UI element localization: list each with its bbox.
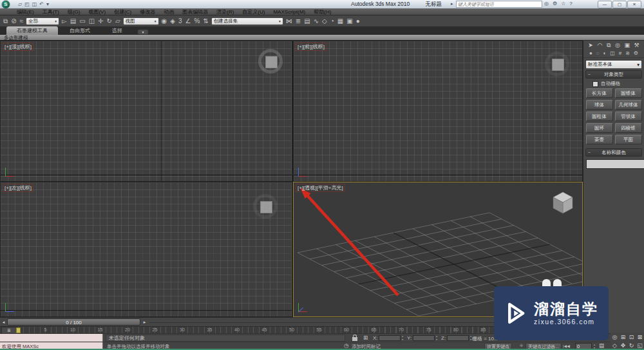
save-file-icon[interactable]: ◫: [32, 1, 37, 8]
checkbox-icon[interactable]: [592, 81, 598, 87]
mirror-icon[interactable]: ⋈: [286, 16, 292, 26]
curve-editor-icon[interactable]: ∿: [314, 16, 319, 26]
viewport-front[interactable]: [+][前][线框]: [294, 41, 582, 181]
primitive-button[interactable]: 球体: [586, 100, 613, 110]
application-menu-icon[interactable]: S: [1, 0, 10, 9]
polygon-modeling-panel[interactable]: 多边形建模: [4, 35, 28, 41]
qat-dropdown-icon[interactable]: ▾: [46, 1, 49, 8]
render-setup-icon[interactable]: ▦: [337, 16, 343, 26]
tab-freeform[interactable]: 自由形式: [59, 26, 100, 35]
select-and-scale-icon[interactable]: ▱: [115, 16, 120, 26]
undo-icon[interactable]: ↶: [39, 1, 44, 8]
hierarchy-tab-icon[interactable]: ⧉: [607, 42, 611, 49]
quick-render-icon[interactable]: ●: [356, 16, 360, 26]
wrench-icon[interactable]: ⚙: [553, 1, 557, 6]
menu-item[interactable]: 图表编辑器: [182, 8, 208, 15]
maximize-button[interactable]: ▢: [612, 1, 627, 8]
layer-manager-icon[interactable]: ▤: [304, 16, 310, 26]
viewport-label[interactable]: [+][顶][线框]: [3, 43, 33, 51]
spinner-icon[interactable]: [435, 335, 439, 342]
name-color-rollout[interactable]: − 名称和颜色: [585, 148, 642, 157]
open-file-icon[interactable]: ◰: [24, 1, 30, 8]
primitive-button[interactable]: 茶壶: [586, 135, 613, 144]
selection-filter-combo[interactable]: 全部 ▾: [26, 17, 59, 25]
viewport-label[interactable]: [+][左][线框]: [3, 184, 33, 192]
lights-category-icon[interactable]: ◐: [603, 50, 606, 56]
select-and-move-icon[interactable]: ✛: [98, 16, 103, 26]
menu-item[interactable]: 自定义(U): [242, 8, 265, 15]
time-slider-handle[interactable]: 0 / 100: [7, 318, 140, 326]
reference-coordinate-combo[interactable]: 视图 ▾: [123, 17, 159, 25]
viewcube[interactable]: [545, 52, 569, 76]
menu-item[interactable]: 视图(V): [88, 8, 106, 15]
z-coordinate-field[interactable]: [447, 335, 469, 341]
viewcube[interactable]: [253, 194, 278, 219]
create-tab-icon[interactable]: ➤: [588, 42, 593, 49]
viewcube-face[interactable]: [552, 59, 564, 71]
use-pivot-center-icon[interactable]: ◉: [162, 16, 167, 26]
transform-gizmo-icon[interactable]: ⊞: [363, 335, 368, 342]
help-icon[interactable]: ?: [569, 1, 572, 6]
utilities-tab-icon[interactable]: ⚒: [634, 42, 639, 49]
previous-frame-button[interactable]: ◂: [1, 319, 6, 326]
autogrid-checkbox-row[interactable]: 自动栅格: [592, 81, 644, 87]
tab-graphite-modeling-tools[interactable]: 石墨建模工具: [6, 26, 58, 35]
schematic-view-icon[interactable]: ◇: [322, 16, 327, 26]
shapes-category-icon[interactable]: ◌: [596, 50, 600, 56]
menu-item[interactable]: 修改器: [140, 8, 155, 15]
primitive-button[interactable]: 圆环: [586, 123, 613, 133]
zoom-all-icon[interactable]: ⊞: [620, 333, 627, 341]
select-and-manipulate-icon[interactable]: ◈: [170, 16, 175, 26]
modify-tab-icon[interactable]: ◠: [597, 42, 602, 49]
percent-snap-icon[interactable]: %: [194, 16, 200, 26]
new-scene-icon[interactable]: ▱: [18, 1, 22, 8]
named-selection-sets-combo[interactable]: 创建选择集 ▾: [211, 17, 283, 25]
primitive-button[interactable]: 长方体: [586, 88, 613, 98]
y-coordinate-field[interactable]: [413, 335, 435, 341]
selection-lock-icon[interactable]: [352, 337, 357, 341]
menu-item[interactable]: MAXScript(M): [273, 9, 305, 15]
minimize-button[interactable]: —: [598, 1, 612, 8]
select-and-rotate-icon[interactable]: ↻: [106, 16, 111, 26]
angle-snap-icon[interactable]: ∠: [185, 16, 191, 26]
material-editor-icon[interactable]: ◔: [330, 16, 334, 26]
primitive-button[interactable]: 管状体: [615, 112, 642, 121]
select-by-name-icon[interactable]: ▤: [70, 16, 76, 26]
viewcube-face[interactable]: [260, 201, 272, 213]
select-object-icon[interactable]: ▻: [62, 16, 67, 26]
space-warps-category-icon[interactable]: ≋: [625, 50, 630, 56]
menu-item[interactable]: 工具(T): [43, 8, 59, 15]
primitive-button[interactable]: 四棱锥: [615, 123, 642, 133]
next-frame-button[interactable]: ▸: [142, 319, 147, 326]
motion-tab-icon[interactable]: ◎: [615, 42, 620, 49]
viewcube[interactable]: [258, 49, 283, 73]
zoom-icon[interactable]: ◎: [611, 333, 618, 341]
tab-selection[interactable]: 选择: [102, 26, 133, 35]
ribbon-minimize-icon[interactable]: ▾: [138, 30, 148, 34]
menu-item[interactable]: 组(G): [68, 8, 80, 15]
primitive-button[interactable]: 平面: [615, 135, 642, 144]
unlink-selection-icon[interactable]: ⊘: [11, 16, 16, 26]
menu-item[interactable]: 动画: [164, 8, 174, 15]
systems-category-icon[interactable]: ⚙: [634, 50, 638, 56]
search-icon[interactable]: ◎: [544, 1, 549, 6]
cameras-category-icon[interactable]: ◫: [610, 50, 615, 56]
primitive-category-combo[interactable]: 标准基本体 ▾: [585, 60, 642, 69]
primitive-button[interactable]: 几何球体: [615, 100, 642, 110]
x-coordinate-field[interactable]: [379, 335, 401, 341]
viewport-left[interactable]: [+][左][线框]: [1, 182, 292, 316]
viewport-top[interactable]: [+][顶][线框]: [1, 41, 292, 181]
zoom-extents-icon[interactable]: ⊡: [628, 333, 635, 341]
rendered-frame-icon[interactable]: ▣: [346, 16, 352, 26]
window-crossing-icon[interactable]: ◫: [89, 16, 95, 26]
spinner-icon[interactable]: [401, 335, 404, 342]
close-button[interactable]: ✕: [627, 1, 641, 8]
menu-item[interactable]: 创建(C): [114, 8, 131, 15]
helpers-category-icon[interactable]: #: [619, 50, 621, 56]
viewport-label[interactable]: [+][前][线框]: [296, 43, 327, 51]
object-name-field[interactable]: [586, 159, 644, 169]
primitive-button[interactable]: 圆柱体: [586, 112, 613, 121]
menu-item[interactable]: 编辑(E): [17, 8, 34, 15]
menu-item[interactable]: 帮助(H): [314, 8, 331, 15]
previous-key-icon[interactable]: |◀◀: [563, 344, 570, 348]
